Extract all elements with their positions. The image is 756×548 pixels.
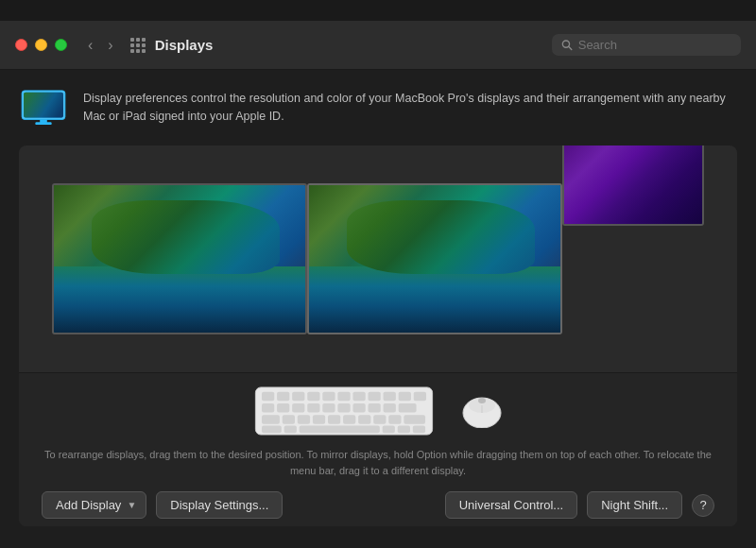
grid-dot bbox=[130, 38, 134, 42]
svg-rect-37 bbox=[388, 415, 401, 423]
svg-rect-41 bbox=[300, 426, 380, 434]
svg-rect-43 bbox=[398, 426, 410, 434]
svg-rect-15 bbox=[369, 392, 381, 401]
third-display-thumbnail[interactable] bbox=[562, 146, 704, 226]
night-shift-label: Night Shift... bbox=[601, 498, 668, 512]
svg-rect-42 bbox=[383, 426, 395, 434]
svg-rect-26 bbox=[369, 403, 381, 412]
svg-rect-23 bbox=[322, 403, 335, 412]
main-content: Display preferences control the resoluti… bbox=[0, 70, 756, 541]
minimize-button[interactable] bbox=[35, 39, 47, 51]
universal-control-label: Universal Control... bbox=[459, 498, 564, 512]
svg-rect-16 bbox=[384, 392, 396, 401]
night-shift-button[interactable]: Night Shift... bbox=[587, 491, 682, 519]
svg-rect-22 bbox=[307, 403, 319, 412]
universal-control-button[interactable]: Universal Control... bbox=[445, 491, 578, 519]
maximize-button[interactable] bbox=[55, 39, 67, 51]
svg-rect-25 bbox=[352, 403, 365, 412]
mouse-icon bbox=[457, 394, 507, 428]
search-input[interactable] bbox=[578, 38, 731, 52]
page-title: Displays bbox=[155, 37, 552, 53]
svg-rect-31 bbox=[298, 415, 310, 423]
grid-dot bbox=[130, 49, 134, 53]
svg-rect-27 bbox=[384, 403, 396, 412]
second-display-wallpaper bbox=[309, 185, 560, 333]
display-settings-button[interactable]: Display Settings... bbox=[156, 491, 283, 519]
chevron-down-icon: ▼ bbox=[127, 500, 136, 510]
forward-button[interactable]: › bbox=[102, 35, 118, 56]
close-button[interactable] bbox=[15, 39, 27, 51]
second-display-thumbnail[interactable] bbox=[307, 183, 562, 334]
search-icon bbox=[561, 39, 573, 51]
svg-rect-32 bbox=[313, 415, 325, 423]
svg-rect-10 bbox=[292, 392, 304, 401]
svg-rect-38 bbox=[404, 415, 425, 423]
svg-rect-39 bbox=[262, 426, 282, 434]
svg-rect-35 bbox=[358, 415, 370, 423]
display-icon bbox=[19, 89, 68, 127]
svg-rect-30 bbox=[283, 415, 295, 423]
svg-rect-13 bbox=[337, 392, 350, 401]
svg-rect-18 bbox=[414, 392, 426, 401]
svg-rect-40 bbox=[284, 426, 297, 434]
svg-rect-29 bbox=[262, 415, 280, 423]
bottom-info-area: To rearrange displays, drag them to the … bbox=[19, 372, 737, 526]
svg-rect-21 bbox=[292, 403, 304, 412]
svg-rect-34 bbox=[343, 415, 355, 423]
main-display-wallpaper bbox=[54, 185, 305, 333]
grid-dot bbox=[136, 43, 140, 47]
main-display-thumbnail[interactable] bbox=[52, 183, 307, 334]
third-display-wallpaper bbox=[564, 146, 702, 224]
svg-rect-19 bbox=[262, 403, 274, 412]
title-bar: ‹ › Displays bbox=[0, 21, 756, 70]
svg-rect-6 bbox=[35, 122, 51, 125]
svg-rect-11 bbox=[307, 392, 319, 401]
grid-dot bbox=[136, 38, 140, 42]
navigation-buttons: ‹ › bbox=[82, 35, 119, 56]
display-settings-label: Display Settings... bbox=[170, 498, 268, 512]
search-bar[interactable] bbox=[552, 34, 741, 56]
keyboard-icon bbox=[249, 386, 438, 436]
bottom-buttons: Add Display ▼ Display Settings... Univer… bbox=[38, 491, 718, 519]
svg-rect-20 bbox=[277, 403, 289, 412]
svg-rect-28 bbox=[399, 403, 417, 412]
svg-rect-33 bbox=[328, 415, 340, 423]
svg-rect-24 bbox=[337, 403, 350, 412]
grid-dot bbox=[142, 43, 146, 47]
svg-rect-17 bbox=[399, 392, 411, 401]
traffic-lights bbox=[15, 39, 67, 51]
grid-dot bbox=[142, 38, 146, 42]
apps-grid-button[interactable] bbox=[130, 38, 146, 53]
svg-rect-14 bbox=[352, 392, 365, 401]
svg-rect-44 bbox=[413, 426, 425, 434]
svg-point-48 bbox=[478, 398, 486, 403]
grid-dot bbox=[142, 49, 146, 53]
instruction-text: To rearrange displays, drag them to the … bbox=[38, 447, 718, 478]
keyboard-mouse-area bbox=[38, 386, 718, 436]
back-button[interactable]: ‹ bbox=[82, 35, 98, 56]
help-button[interactable]: ? bbox=[692, 494, 714, 517]
svg-rect-8 bbox=[262, 392, 274, 401]
display-thumbnails bbox=[52, 183, 704, 334]
svg-rect-12 bbox=[322, 392, 335, 401]
svg-rect-9 bbox=[277, 392, 289, 401]
info-banner: Display preferences control the resoluti… bbox=[19, 85, 737, 130]
grid-dot bbox=[130, 43, 134, 47]
arrangement-area: To rearrange displays, drag them to the … bbox=[19, 146, 737, 526]
display-canvas bbox=[19, 146, 737, 372]
add-display-button[interactable]: Add Display ▼ bbox=[42, 491, 146, 519]
help-label: ? bbox=[699, 498, 706, 512]
info-description: Display preferences control the resoluti… bbox=[83, 90, 737, 126]
svg-rect-36 bbox=[373, 415, 386, 423]
grid-dot bbox=[136, 49, 140, 53]
system-bar bbox=[0, 0, 756, 21]
add-display-label: Add Display bbox=[56, 498, 121, 512]
svg-rect-4 bbox=[24, 93, 63, 118]
svg-line-1 bbox=[569, 46, 572, 49]
